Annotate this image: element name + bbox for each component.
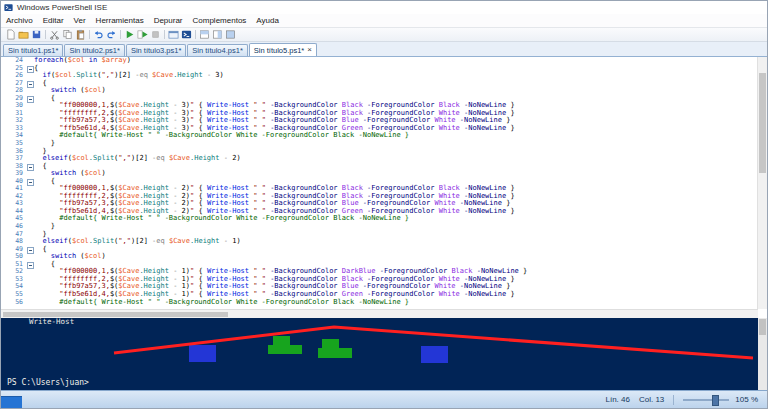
- fold-margin: [26, 117, 34, 125]
- fold-margin: [26, 231, 34, 239]
- run-script-button[interactable]: [123, 29, 136, 41]
- code-text: }: [34, 140, 758, 148]
- line-number: 56: [1, 299, 26, 307]
- menu-item-herramientas[interactable]: Herramientas: [91, 16, 149, 25]
- menu-bar: ArchivoEditarVerHerramientasDepurarCompl…: [1, 14, 767, 28]
- code-line-46: 46 }: [1, 223, 758, 231]
- editor-vertical-scrollbar[interactable]: [757, 57, 767, 309]
- code-text: elseif($col.Split(",")[2] -eq $Cave.Heig…: [34, 238, 758, 246]
- console-graphics-output: [1, 325, 753, 377]
- toolbar: [1, 28, 767, 42]
- scrollbar-thumb[interactable]: [759, 319, 766, 335]
- folder-icon: [18, 29, 29, 40]
- start-button[interactable]: [1, 396, 22, 408]
- script-editor[interactable]: 24foreach($col in $array)25{26 if($col.S…: [1, 57, 758, 309]
- new-script-button[interactable]: [4, 29, 17, 41]
- stop-operation-button[interactable]: [149, 29, 162, 41]
- fold-margin: [26, 80, 34, 88]
- fold-margin: [26, 87, 34, 95]
- run-selection-button[interactable]: [136, 29, 149, 41]
- menu-item-editar[interactable]: Editar: [38, 16, 69, 25]
- copy-icon: [62, 29, 73, 40]
- menu-item-complementos[interactable]: Complementos: [188, 16, 252, 25]
- window-title: Windows PowerShell ISE: [17, 3, 107, 12]
- redo-icon: [106, 29, 117, 40]
- fold-margin: [26, 276, 34, 284]
- zoom-slider-track: [683, 399, 729, 401]
- new-remote-powershell-tab-button[interactable]: [167, 29, 180, 41]
- redo-button[interactable]: [105, 29, 118, 41]
- copy-button[interactable]: [61, 29, 74, 41]
- fold-margin: [26, 215, 34, 223]
- tab-label: Sin título2.ps1*: [69, 46, 119, 55]
- script-pane-right-button[interactable]: [211, 29, 224, 41]
- floppy-icon: [31, 29, 42, 40]
- fold-margin: [26, 170, 34, 178]
- zoom-slider-thumb[interactable]: [712, 395, 719, 406]
- fold-margin: [26, 95, 34, 103]
- tab-close-icon[interactable]: ×: [307, 46, 312, 54]
- menu-item-depurar[interactable]: Depurar: [149, 16, 188, 25]
- menu-item-ver[interactable]: Ver: [69, 16, 91, 25]
- title-bar[interactable]: Windows PowerShell ISE: [1, 1, 767, 14]
- code-text: switch ($col): [34, 170, 758, 178]
- app-icon: [4, 3, 13, 12]
- status-bar: Lín. 46 Col. 13 105 %: [1, 390, 767, 408]
- console-scrollbar[interactable]: [758, 318, 767, 392]
- scrollbar-thumb[interactable]: [759, 73, 766, 173]
- fold-margin: [26, 102, 34, 110]
- code-line-56: 56 #default{ Write-Host " " -BackgroundC…: [1, 299, 758, 307]
- console-pane[interactable]: Write-Host } PS C:\Users\juan>: [1, 318, 767, 392]
- cut-button[interactable]: [48, 29, 61, 41]
- toolbar-separator: [164, 30, 165, 39]
- tab-1[interactable]: Sin título1.ps1*: [3, 44, 63, 56]
- tab-label: Sin título1.ps1*: [8, 46, 58, 55]
- fold-margin: [26, 291, 34, 299]
- code-line-34: 34 #default{ Write-Host " " -BackgroundC…: [1, 132, 758, 140]
- fold-margin: [26, 155, 34, 163]
- code-line-39: 39 switch ($col): [1, 170, 758, 178]
- tab-3[interactable]: Sin título3.ps1*: [126, 44, 186, 56]
- powershell-icon: [181, 29, 192, 40]
- script-pane-top-button[interactable]: [198, 29, 211, 41]
- fold-margin: [26, 193, 34, 201]
- scrollbar-thumb[interactable]: [3, 312, 228, 317]
- code-text: {: [34, 80, 758, 88]
- fold-margin: [26, 253, 34, 261]
- toolbar-separator: [45, 30, 46, 39]
- page-icon: [5, 29, 16, 40]
- fold-margin: [26, 148, 34, 156]
- code-text: foreach($col in $array): [34, 57, 758, 65]
- start-powershell-button[interactable]: [180, 29, 193, 41]
- toolbar-separator: [89, 30, 90, 39]
- tab-4[interactable]: Sin título4.ps1*: [187, 44, 247, 56]
- code-line-38: 38 {: [1, 163, 758, 171]
- fold-margin: [26, 261, 34, 269]
- save-script-button[interactable]: [30, 29, 43, 41]
- undo-button[interactable]: [92, 29, 105, 41]
- tab-5[interactable]: Sin título5.ps1*×: [249, 43, 317, 56]
- layout-max-icon: [225, 29, 236, 40]
- menu-item-ayuda[interactable]: Ayuda: [251, 16, 284, 25]
- script-pane-max-button[interactable]: [224, 29, 237, 41]
- code-line-37: 37 elseif($col.Split(",")[2] -eq $Cave.H…: [1, 155, 758, 163]
- layout-top-icon: [199, 29, 210, 40]
- fold-margin: [26, 163, 34, 171]
- console-prompt[interactable]: PS C:\Users\juan>: [7, 378, 89, 387]
- tab-label: Sin título3.ps1*: [131, 46, 181, 55]
- code-line-49: 49 {: [1, 246, 758, 254]
- cursor-column-indicator: Col. 13: [639, 395, 664, 404]
- menu-item-archivo[interactable]: Archivo: [1, 16, 38, 25]
- open-script-button[interactable]: [17, 29, 30, 41]
- toolbar-separator: [120, 30, 121, 39]
- fold-margin: [26, 65, 34, 73]
- tab-2[interactable]: Sin título2.ps1*: [64, 44, 124, 56]
- tab-label: Sin título5.ps1*: [254, 46, 304, 55]
- zoom-slider[interactable]: [683, 395, 729, 404]
- layout-right-icon: [212, 29, 223, 40]
- fold-margin: [26, 125, 34, 133]
- play-icon: [124, 29, 135, 40]
- fold-margin: [26, 299, 34, 307]
- fold-margin: [26, 178, 34, 186]
- paste-button[interactable]: [74, 29, 87, 41]
